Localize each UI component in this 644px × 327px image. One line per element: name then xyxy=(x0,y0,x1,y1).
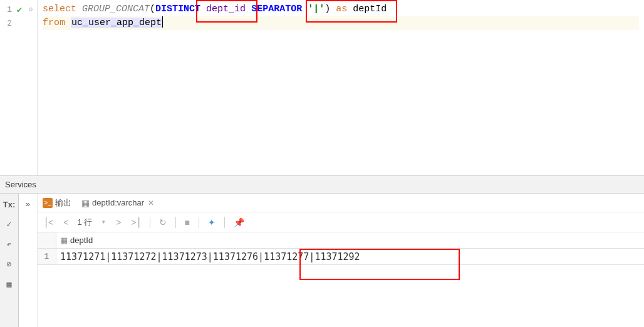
stop-icon[interactable]: ■ xyxy=(184,216,191,229)
result-toolbar: ⎮< < 1 行 ▼ > >⎮ ↻ ■ ✦ 📌 xyxy=(38,212,644,232)
row-count: 1 行 xyxy=(77,217,92,228)
first-page-icon[interactable]: ⎮< xyxy=(43,216,55,229)
result-grid[interactable]: ▦ deptId 1 11371271|11371272|11371273|11… xyxy=(38,232,644,327)
reload-icon[interactable]: ↻ xyxy=(158,216,168,229)
table-name: uc_user_app_dept xyxy=(71,18,162,28)
services-inner-toolbar: » xyxy=(19,194,38,327)
result-tabs: >_ 输出 ▦ deptId:varchar ✕ xyxy=(38,194,644,212)
row-number: 1 xyxy=(38,249,56,264)
table-row[interactable]: 1 11371271|11371272|11371273|11371276|11… xyxy=(38,249,644,265)
kw-as: as xyxy=(336,4,347,14)
sql-editor[interactable]: select GROUP_CONCAT(DISTINCT dept_id SEP… xyxy=(38,0,644,175)
cell-value[interactable]: 11371271|11371272|11371273|11371276|1137… xyxy=(56,249,644,264)
cancel-icon[interactable]: ⊘ xyxy=(3,257,16,271)
dropdown-icon[interactable]: ▼ xyxy=(100,218,107,226)
separator xyxy=(224,217,225,228)
separator xyxy=(199,217,199,228)
commit-icon[interactable]: ✓ xyxy=(3,217,16,231)
output-tab-label: 输出 xyxy=(55,197,71,209)
kw-from: from xyxy=(43,18,65,28)
services-left-toolbar: Tx: ✓ ↶ ⊘ ▦ xyxy=(0,194,19,327)
next-page-icon[interactable]: > xyxy=(115,216,122,229)
separator xyxy=(150,217,150,228)
services-title: Services xyxy=(5,180,36,189)
output-icon: >_ xyxy=(43,198,53,208)
check-icon: ✔ xyxy=(14,4,24,15)
separator xyxy=(175,217,176,228)
prev-page-icon[interactable]: < xyxy=(62,216,70,229)
services-panel-header[interactable]: Services xyxy=(0,176,644,194)
close-icon[interactable]: ✕ xyxy=(148,199,154,207)
result-tab[interactable]: ▦ deptId:varchar ✕ xyxy=(81,198,154,208)
rollback-icon[interactable]: ↶ xyxy=(3,237,16,251)
output-tab[interactable]: >_ 输出 xyxy=(43,197,71,209)
kw-select: select xyxy=(43,4,76,14)
editor-gutter: 1 ✔ ⊖ 2 ✔ ⊖ xyxy=(0,0,38,175)
fold-icon[interactable]: ⊖ xyxy=(27,6,34,13)
alias-deptid: deptId xyxy=(353,4,387,14)
column-label: deptId xyxy=(70,236,93,245)
cursor-caret xyxy=(162,16,163,28)
column-icon: ▦ xyxy=(60,236,68,245)
line-number: 2 xyxy=(3,19,12,28)
col-dept-id: dept_id xyxy=(206,4,246,14)
tx-button[interactable]: Tx: xyxy=(3,197,16,211)
pin-icon[interactable]: 📌 xyxy=(232,216,246,229)
fn-group-concat: GROUP_CONCAT xyxy=(82,4,150,14)
rownum-header xyxy=(38,232,56,248)
last-page-icon[interactable]: >⎮ xyxy=(130,216,142,229)
line-number: 1 xyxy=(3,5,12,14)
expand-icon[interactable]: » xyxy=(21,197,35,211)
grid-icon: ▦ xyxy=(81,198,90,208)
add-row-icon[interactable]: ✦ xyxy=(207,216,217,229)
grid-icon[interactable]: ▦ xyxy=(3,278,16,291)
column-header[interactable]: ▦ deptId xyxy=(56,232,644,248)
str-sep: '|' xyxy=(308,4,325,14)
result-tab-label: deptId:varchar xyxy=(92,198,144,207)
kw-separator: SEPARATOR xyxy=(251,4,302,14)
kw-distinct: DISTINCT xyxy=(155,4,200,14)
